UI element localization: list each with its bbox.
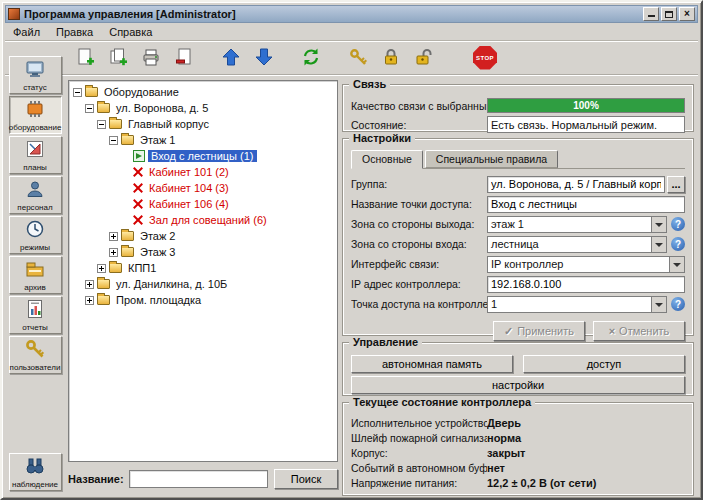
- refresh-button[interactable]: [297, 44, 325, 72]
- zone-in-select[interactable]: лестница: [487, 236, 667, 253]
- stop-button[interactable]: STOP: [471, 44, 499, 72]
- interface-select[interactable]: IP контроллер: [487, 256, 685, 273]
- tree-row-site[interactable]: ул. Воронова, д. 5: [71, 100, 335, 116]
- sidebar-item-modes[interactable]: режимы: [9, 216, 62, 254]
- tree-expander[interactable]: [109, 248, 118, 257]
- autonomous-memory-button[interactable]: автономная память: [351, 355, 513, 373]
- settings-group-title: Настройки: [349, 132, 415, 144]
- key-icon: [348, 47, 368, 69]
- ap-number-select[interactable]: 1: [487, 296, 667, 313]
- sidebar-item-status[interactable]: статус: [9, 56, 62, 94]
- sidebar-item-equipment[interactable]: оборудование: [9, 96, 62, 134]
- tree-expander[interactable]: [109, 232, 118, 241]
- add-button[interactable]: [71, 44, 99, 72]
- buffer-events-label: Событий в автономном буфере:: [351, 462, 487, 474]
- buffer-events-value: нет: [487, 462, 685, 474]
- folder-icon: [97, 295, 110, 305]
- tree-expander[interactable]: [109, 136, 118, 145]
- chevron-down-icon[interactable]: [669, 257, 684, 272]
- ip-field[interactable]: [487, 276, 685, 293]
- settings-tabs: Основные Специальные правила: [351, 149, 685, 169]
- archive-icon: [24, 258, 46, 282]
- ip-label: IP адрес контроллера:: [351, 278, 487, 290]
- tree-row-building[interactable]: Главный корпус: [71, 116, 335, 132]
- folder-icon: [109, 263, 122, 273]
- tree-expander[interactable]: [85, 296, 94, 305]
- key-button[interactable]: [344, 44, 372, 72]
- controller-settings-button[interactable]: настройки: [351, 376, 685, 394]
- tree-row-floor3[interactable]: Этаж 3: [71, 244, 335, 260]
- state-label: Состояние:: [351, 119, 487, 131]
- sidebar-item-observation[interactable]: наблюдение: [9, 453, 62, 491]
- printer-icon: [141, 47, 161, 69]
- tree-row-cab104[interactable]: Кабинет 104 (3): [71, 180, 335, 196]
- print-button[interactable]: [137, 44, 165, 72]
- search-button[interactable]: Поиск: [274, 469, 338, 489]
- stop-icon: STOP: [473, 46, 497, 70]
- group-field[interactable]: [487, 176, 665, 193]
- apply-button[interactable]: ✓ Применить: [493, 321, 585, 341]
- ap-name-field[interactable]: [487, 196, 685, 213]
- menu-edit[interactable]: Правка: [48, 24, 101, 40]
- help-icon[interactable]: ?: [671, 297, 685, 311]
- search-input[interactable]: [129, 470, 268, 488]
- cancel-button[interactable]: × Отменить: [593, 321, 685, 341]
- tree-row-industrial-site[interactable]: Пром. площадка: [71, 292, 335, 308]
- unlock-button[interactable]: [410, 44, 438, 72]
- tab-special-rules[interactable]: Специальные правила: [425, 150, 558, 168]
- tree-row-floor2[interactable]: Этаж 2: [71, 228, 335, 244]
- tree-row-meeting-hall[interactable]: Зал для совещаний (6): [71, 212, 335, 228]
- chevron-down-icon[interactable]: [651, 297, 666, 312]
- sidebar-item-plans[interactable]: планы: [9, 136, 62, 174]
- group-browse-button[interactable]: ...: [667, 176, 685, 193]
- group-field-label: Группа:: [351, 178, 487, 190]
- sidebar-item-reports[interactable]: отчеты: [9, 296, 62, 334]
- ap-name-label: Название точки доступа:: [351, 198, 487, 210]
- tree-expander[interactable]: [97, 264, 106, 273]
- equipment-icon: [24, 98, 46, 122]
- tree-expander[interactable]: [73, 88, 82, 97]
- tree-expander[interactable]: [97, 120, 106, 129]
- clock-icon: [24, 218, 46, 242]
- tree-row-cab101[interactable]: Кабинет 101 (2): [71, 164, 335, 180]
- move-up-button[interactable]: [217, 44, 245, 72]
- close-button[interactable]: ×: [679, 7, 695, 21]
- sidebar-item-personnel[interactable]: персонал: [9, 176, 62, 214]
- tree-row-root[interactable]: Оборудование: [71, 84, 335, 100]
- chevron-down-icon[interactable]: [651, 237, 666, 252]
- connection-group: Связь Качество связи с выбранным: 100% С…: [342, 84, 694, 132]
- control-group-title: Управление: [349, 336, 422, 348]
- tree-expander[interactable]: [85, 104, 94, 113]
- tree-row-site2[interactable]: ул. Данилкина, д. 10Б: [71, 276, 335, 292]
- chevron-down-icon[interactable]: [651, 217, 666, 232]
- tree-row-floor1[interactable]: Этаж 1: [71, 132, 335, 148]
- help-icon[interactable]: ?: [671, 217, 685, 231]
- ap-number-label: Точка доступа на контроллере:: [351, 298, 487, 310]
- tree-row-entrance-selected[interactable]: Вход с лестницы (1): [71, 148, 335, 164]
- interface-label: Интерфейс связи:: [351, 258, 487, 270]
- delete-button[interactable]: [170, 44, 198, 72]
- tree-search-row: Название: Поиск: [68, 468, 338, 490]
- help-icon[interactable]: ?: [671, 237, 685, 251]
- case-label: Корпус:: [351, 447, 487, 459]
- tree-expander[interactable]: [85, 280, 94, 289]
- sidebar-item-archive[interactable]: архив: [9, 256, 62, 294]
- tree-row-checkpoint[interactable]: КПП1: [71, 260, 335, 276]
- maximize-button[interactable]: [661, 7, 677, 21]
- tree-row-cab106[interactable]: Кабинет 106 (4): [71, 196, 335, 212]
- tab-main[interactable]: Основные: [351, 150, 423, 169]
- minimize-button[interactable]: [643, 7, 659, 21]
- menu-help[interactable]: Справка: [101, 24, 160, 40]
- add-child-button[interactable]: [104, 44, 132, 72]
- window-title: Программа управления [Administrator]: [24, 8, 641, 20]
- fire-loop-label: Шлейф пожарной сигнализации:: [351, 432, 487, 444]
- controller-state-group: Текущее состояние контроллера Исполнител…: [342, 402, 694, 496]
- sidebar-item-users[interactable]: пользователи: [9, 336, 62, 374]
- check-icon: ✓: [504, 325, 513, 338]
- status-icon: [24, 58, 46, 82]
- menu-file[interactable]: Файл: [5, 24, 48, 40]
- lock-button[interactable]: [377, 44, 405, 72]
- access-button[interactable]: доступ: [523, 355, 685, 373]
- move-down-button[interactable]: [250, 44, 278, 72]
- zone-out-select[interactable]: этаж 1: [487, 216, 667, 233]
